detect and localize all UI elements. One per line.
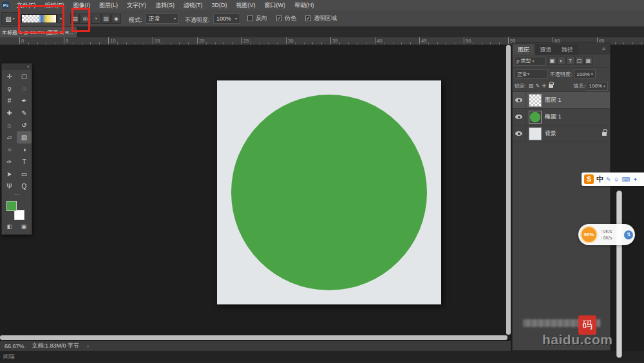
move-tool[interactable]: ✛ xyxy=(2,70,17,82)
chevron-down-icon: ▾ xyxy=(591,72,593,76)
panel-tab[interactable]: 通道 xyxy=(535,44,556,55)
lock-move-icon[interactable]: ✛ xyxy=(541,83,547,89)
layer-blend-mode-select[interactable]: 正常 ▾ xyxy=(515,70,548,79)
history-brush-tool[interactable]: ↺ xyxy=(17,119,32,131)
menu-item[interactable]: 帮助(H) xyxy=(290,0,319,10)
screen-mode-button[interactable]: ▣ xyxy=(19,223,28,230)
dodge-tool[interactable]: ◑ xyxy=(17,144,32,156)
layer-visibility-toggle[interactable] xyxy=(513,92,526,108)
layer-row[interactable]: 图层 1 xyxy=(513,92,610,109)
options-checkbox[interactable]: ✓ 仿色 xyxy=(276,14,296,23)
toolbox-more-button[interactable]: ⋯ xyxy=(2,192,32,199)
opacity-select[interactable]: 100% ▾ xyxy=(213,14,240,24)
options-checkboxes: 反向 ✓ 仿色 ✓ 透明区域 xyxy=(247,14,337,23)
type-layer-filter-icon[interactable]: T xyxy=(566,57,574,65)
radial-gradient-button[interactable]: ◎ xyxy=(80,14,90,24)
menu-item[interactable]: 文字(Y) xyxy=(122,0,151,10)
toolbox-collapse-button[interactable]: « xyxy=(2,64,32,70)
menu-item[interactable]: 视图(V) xyxy=(232,0,260,10)
rectangular-marquee-tool[interactable]: ▢ xyxy=(17,70,32,82)
brush-tool[interactable]: ✎ xyxy=(17,107,32,119)
panel-menu-icon[interactable]: ≡ xyxy=(599,44,609,54)
gradient-picker-button[interactable]: ▾ xyxy=(57,14,64,23)
sogou-logo-icon[interactable]: S xyxy=(584,174,594,184)
settings-icon[interactable]: ✦ xyxy=(633,176,638,183)
chevron-right-icon[interactable]: › xyxy=(87,343,89,349)
hand-tool[interactable]: Ψ xyxy=(2,180,17,192)
eye-icon xyxy=(515,115,522,119)
layer-filter-select[interactable]: ρ 类型 ▾ xyxy=(515,57,545,66)
ime-toolbar[interactable]: S 中 ✎☺⌨✦ xyxy=(582,172,644,186)
diamond-gradient-button[interactable]: ◈ xyxy=(111,14,121,24)
document-canvas[interactable] xyxy=(217,80,441,304)
crop-tool[interactable]: # xyxy=(2,95,17,107)
path-selection-tool[interactable]: ➤ xyxy=(2,168,17,180)
zoom-tool[interactable]: Q xyxy=(17,180,32,192)
panel-tab[interactable]: 路径 xyxy=(556,44,578,55)
chevron-down-icon: ▾ xyxy=(60,17,62,21)
gradient-preview[interactable] xyxy=(21,14,57,23)
layer-row[interactable]: 背景 xyxy=(513,126,610,142)
clone-stamp-tool[interactable]: ⌂ xyxy=(2,119,17,131)
layer-row[interactable]: 椭圆 1 xyxy=(513,109,610,126)
lock-transparency-icon[interactable]: ▨ xyxy=(528,83,534,89)
net-speed-widget[interactable]: 90% ↑ 0K/s ↓ 0K/s ⇅ xyxy=(578,224,635,245)
gradient-tool[interactable]: ▧ xyxy=(17,131,32,144)
healing-brush-tool[interactable]: ✚ xyxy=(2,107,17,119)
eraser-tool[interactable]: ▱ xyxy=(2,131,17,144)
fill-select[interactable]: 100% ▾ xyxy=(587,82,608,91)
menu-item[interactable]: 文件(F) xyxy=(12,0,41,10)
pen-icon[interactable]: ✎ xyxy=(606,176,611,183)
menu-item[interactable]: 图像(I) xyxy=(69,0,95,10)
eyedropper-tool[interactable]: ✒ xyxy=(17,95,32,107)
blend-mode-select[interactable]: 正常 ▾ xyxy=(146,14,179,24)
menu-item[interactable]: 选择(S) xyxy=(151,0,179,10)
background-color-swatch[interactable] xyxy=(14,210,24,220)
horizontal-scrollbar[interactable] xyxy=(0,335,507,340)
lock-all-icon[interactable] xyxy=(549,84,553,88)
menu-item[interactable]: 3D(D) xyxy=(207,0,232,10)
menu-item[interactable]: 编辑(E) xyxy=(41,0,69,10)
layer-visibility-toggle[interactable] xyxy=(513,109,526,125)
menu-item[interactable]: 图层(L) xyxy=(95,0,122,10)
document-tab[interactable]: 未标题-1 @ 66.7% (图层 1, R... × xyxy=(0,27,77,37)
net-speed-value: 0K/s xyxy=(603,228,612,234)
vertical-scrollbar[interactable] xyxy=(506,45,511,335)
options-checkbox[interactable]: 反向 xyxy=(247,14,267,23)
reflected-gradient-button[interactable]: ▥ xyxy=(101,14,111,24)
linear-gradient-button[interactable]: ▤ xyxy=(70,14,80,24)
lock-icon xyxy=(602,132,607,136)
ime-language-toggle[interactable]: 中 xyxy=(596,174,603,184)
type-tool[interactable]: T xyxy=(17,156,32,168)
blur-tool[interactable]: ○ xyxy=(2,144,17,156)
keyboard-icon[interactable]: ⌨ xyxy=(622,176,630,183)
lasso-tool[interactable]: ϙ xyxy=(2,82,17,95)
gradient-swatch xyxy=(22,15,56,23)
fill-label: 填充: xyxy=(573,82,585,89)
quick-selection-tool[interactable]: ◌ xyxy=(17,82,32,95)
gradient-tool-preset[interactable]: ▧ ▾ xyxy=(1,12,19,25)
angle-gradient-button[interactable]: ◔ xyxy=(91,14,100,24)
menu-item[interactable]: 滤镜(T) xyxy=(179,0,207,10)
options-checkbox[interactable]: ✓ 透明区域 xyxy=(305,14,337,23)
layer-thumbnail[interactable] xyxy=(529,127,542,140)
close-icon[interactable]: × xyxy=(75,29,77,35)
pixel-layer-filter-icon[interactable]: ▣ xyxy=(548,57,556,65)
panel-tab[interactable]: 图层 xyxy=(513,44,535,55)
layer-opacity-select[interactable]: 100% ▾ xyxy=(574,70,595,79)
adjustment-layer-filter-icon[interactable]: ◐ xyxy=(557,57,565,65)
menu-item[interactable]: 窗口(W) xyxy=(260,0,290,10)
layer-thumbnail[interactable] xyxy=(529,94,542,107)
foreground-color-swatch[interactable] xyxy=(6,201,17,211)
pen-tool[interactable]: ✑ xyxy=(2,156,17,168)
shape-tool[interactable]: ▭ xyxy=(17,168,32,180)
net-action-button[interactable]: ⇅ xyxy=(624,230,633,239)
lock-paint-icon[interactable]: ✎ xyxy=(535,83,540,89)
layer-visibility-toggle[interactable] xyxy=(513,126,526,142)
shape-layer-filter-icon[interactable]: ▢ xyxy=(575,57,583,65)
zoom-level-field[interactable]: 66.67% xyxy=(5,343,24,349)
smart-object-filter-icon[interactable]: ▦ xyxy=(584,57,592,65)
emoji-icon[interactable]: ☺ xyxy=(614,176,620,183)
quick-mask-button[interactable]: ◧ xyxy=(5,223,14,230)
layer-thumbnail[interactable] xyxy=(529,111,542,124)
